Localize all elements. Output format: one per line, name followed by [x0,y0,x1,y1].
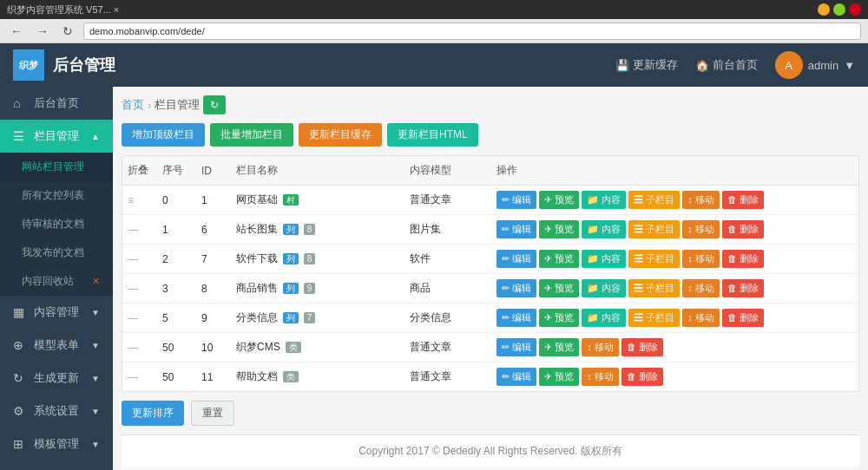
move-btn-10[interactable]: ↕ 移动 [582,338,619,356]
th-order: 序号 [157,156,196,186]
cell-ops-1: ✏ 编辑 ✈ 预览 📁 内容 ☰ 子栏目 ↕ 移动 🗑 删除 [491,186,858,215]
move-btn-8[interactable]: ↕ 移动 [682,279,720,297]
sidebar-item-home[interactable]: ⌂ 后台首页 [0,87,113,120]
footer: Copyright 2017 © Dededly All Rights Rese… [122,434,859,467]
delete-btn-6[interactable]: 🗑 删除 [722,220,764,238]
address-input[interactable] [83,23,861,40]
reset-btn[interactable]: 重置 [191,401,234,426]
th-ops: 操作 [491,156,858,186]
template-icon: ⊞ [13,437,27,451]
child-btn-6[interactable]: ☰ 子栏目 [628,220,680,238]
move-btn-7[interactable]: ↕ 移动 [682,250,720,268]
batch-add-col-btn[interactable]: 批量增加栏目 [210,123,293,147]
edit-btn-7[interactable]: ✏ 编辑 [496,250,536,268]
maximize-btn[interactable] [833,3,845,16]
delete-btn-11[interactable]: 🗑 删除 [621,368,663,386]
edit-btn-8[interactable]: ✏ 编辑 [496,279,536,297]
content-btn-8[interactable]: 📁 内容 [582,279,626,297]
cell-ops-9: ✏ 编辑 ✈ 预览 📁 内容 ☰ 子栏目 ↕ 移动 🗑 删除 [491,304,858,333]
minimize-btn[interactable] [818,3,830,16]
edit-btn-10[interactable]: ✏ 编辑 [496,338,536,356]
edit-btn-9[interactable]: ✏ 编辑 [496,309,536,327]
preview-btn-1[interactable]: ✈ 预览 [539,191,579,209]
sidebar-item-attach[interactable]: ↗ 附件管理 ▼ [0,460,113,470]
preview-btn-9[interactable]: ✈ 预览 [539,309,579,327]
content-btn-7[interactable]: 📁 内容 [582,250,626,268]
breadcrumb-current: 栏目管理 [155,97,200,113]
move-btn-9[interactable]: ↕ 移动 [682,309,720,327]
sidebar-item-columns[interactable]: ☰ 栏目管理 ▲ [0,120,113,153]
content-btn-1[interactable]: 📁 内容 [582,191,626,209]
update-col-cache-btn[interactable]: 更新栏目缓存 [299,123,382,147]
recycle-close-icon[interactable]: ✕ [92,276,100,287]
content-btn-9[interactable]: 📁 内容 [582,309,626,327]
row-actions-1: ✏ 编辑 ✈ 预览 📁 内容 ☰ 子栏目 ↕ 移动 🗑 删除 [496,191,853,209]
table-row: — 1 6 站长图集 列 8 图片集 ✏ 编辑 ✈ 预览 📁 内容 ☰ 子栏目 … [122,215,858,245]
content-btn-6[interactable]: 📁 内容 [582,220,626,238]
sidebar-item-pending-docs[interactable]: 待审核的文档 [0,210,113,238]
delete-btn-7[interactable]: 🗑 删除 [722,250,764,268]
cell-fold-11: — [122,362,157,392]
cell-name-6: 站长图集 列 8 [231,215,404,245]
sidebar-item-my-docs[interactable]: 我发布的文档 [0,238,113,267]
child-btn-7[interactable]: ☰ 子栏目 [628,250,680,268]
cell-name-10: 织梦CMS 类 [231,333,404,362]
th-name: 栏目名称 [231,156,404,186]
move-btn-1[interactable]: ↕ 移动 [682,191,720,209]
child-btn-1[interactable]: ☰ 子栏目 [628,191,680,209]
preview-btn-11[interactable]: ✈ 预览 [539,368,579,386]
cell-model-8: 商品 [404,274,491,304]
cell-name-8: 商品销售 列 9 [231,274,404,304]
move-btn-6[interactable]: ↕ 移动 [682,220,720,238]
cell-order-9: 5 [157,304,196,333]
add-top-col-btn[interactable]: 增加顶级栏目 [122,123,205,147]
delete-btn-8[interactable]: 🗑 删除 [722,279,764,297]
preview-btn-7[interactable]: ✈ 预览 [539,250,579,268]
forward-btn[interactable]: → [33,23,52,40]
reload-btn[interactable]: ↻ [59,23,76,40]
title-bar-controls [818,3,861,16]
edit-btn-6[interactable]: ✏ 编辑 [496,220,536,238]
title-bar-text: 织梦内容管理系统 V57... × [7,3,818,16]
table-row: — 50 10 织梦CMS 类 普通文章 ✏ 编辑 ✈ 预览 ↕ 移动 🗑 删除 [122,333,858,362]
edit-btn-11[interactable]: ✏ 编辑 [496,368,536,386]
cell-name-9: 分类信息 列 7 [231,304,404,333]
update-col-html-btn[interactable]: 更新栏目HTML [387,123,478,147]
delete-btn-10[interactable]: 🗑 删除 [621,338,663,356]
sidebar-item-content-mgmt[interactable]: ▦ 内容管理 ▼ [0,296,113,329]
gen-icon: ↻ [13,371,27,385]
columns-arrow: ▲ [91,132,100,141]
home-icon: ⌂ [13,96,27,110]
sidebar-item-gen-update[interactable]: ↻ 生成更新 ▼ [0,362,113,395]
edit-btn-1[interactable]: ✏ 编辑 [496,191,536,209]
cell-order-10: 50 [157,333,196,362]
main-layout: ⌂ 后台首页 ☰ 栏目管理 ▲ 网站栏目管理 所有文控列表 待审核的文档 我发布… [0,87,868,470]
close-btn[interactable] [849,3,861,16]
update-cache-btn[interactable]: 💾 更新缓存 [615,57,678,73]
admin-info[interactable]: A admin ▼ [775,51,855,79]
header-actions: 💾 更新缓存 🏠 前台首页 A admin ▼ [615,51,855,79]
update-sort-btn[interactable]: 更新排序 [122,401,184,426]
sidebar-item-site-columns[interactable]: 网站栏目管理 [0,153,113,181]
child-btn-8[interactable]: ☰ 子栏目 [628,279,680,297]
breadcrumb-home[interactable]: 首页 [122,97,144,113]
sidebar-item-all-docs[interactable]: 所有文控列表 [0,181,113,210]
sidebar-item-sys-settings[interactable]: ⚙ 系统设置 ▼ [0,395,113,428]
delete-btn-9[interactable]: 🗑 删除 [722,309,764,327]
preview-btn-8[interactable]: ✈ 预览 [539,279,579,297]
frontend-btn[interactable]: 🏠 前台首页 [695,57,758,73]
move-btn-11[interactable]: ↕ 移动 [582,368,619,386]
refresh-btn[interactable]: ↻ [203,95,226,114]
delete-btn-1[interactable]: 🗑 删除 [722,191,764,209]
preview-btn-10[interactable]: ✈ 预览 [539,338,579,356]
sidebar-item-model-form[interactable]: ⊕ 模型表单 ▼ [0,329,113,362]
preview-btn-6[interactable]: ✈ 预览 [539,220,579,238]
sidebar-item-template[interactable]: ⊞ 模板管理 ▼ [0,428,113,460]
child-btn-9[interactable]: ☰ 子栏目 [628,309,680,327]
action-buttons: 增加顶级栏目 批量增加栏目 更新栏目缓存 更新栏目HTML [122,123,859,147]
th-id: ID [196,156,231,186]
sidebar-item-recycle[interactable]: 内容回收站 ✕ [0,267,113,296]
back-btn[interactable]: ← [7,23,26,40]
th-model: 内容模型 [404,156,491,186]
data-table-container: 折叠 序号 ID 栏目名称 内容模型 操作 ≡ 0 1 网页基础 村 普通文章 … [122,155,859,392]
